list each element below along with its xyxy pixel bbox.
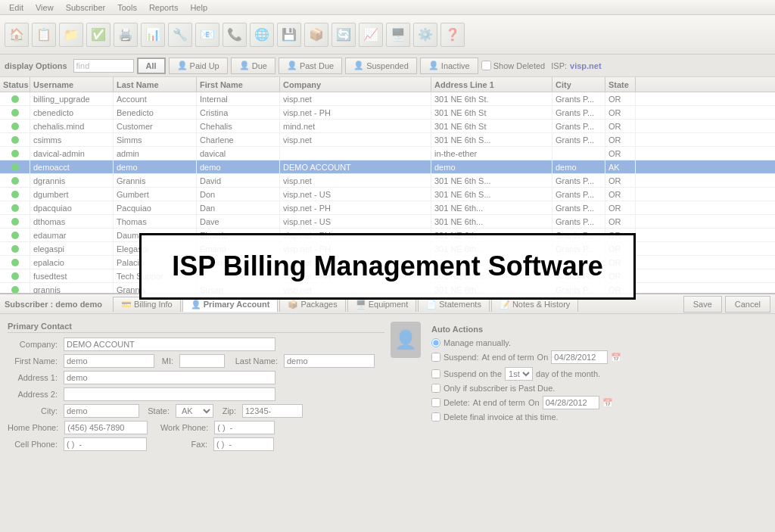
overlay: ISP Billing Management Software [0,0,775,532]
overlay-text: ISP Billing Management Software [172,250,602,282]
overlay-box: ISP Billing Management Software [139,233,635,300]
